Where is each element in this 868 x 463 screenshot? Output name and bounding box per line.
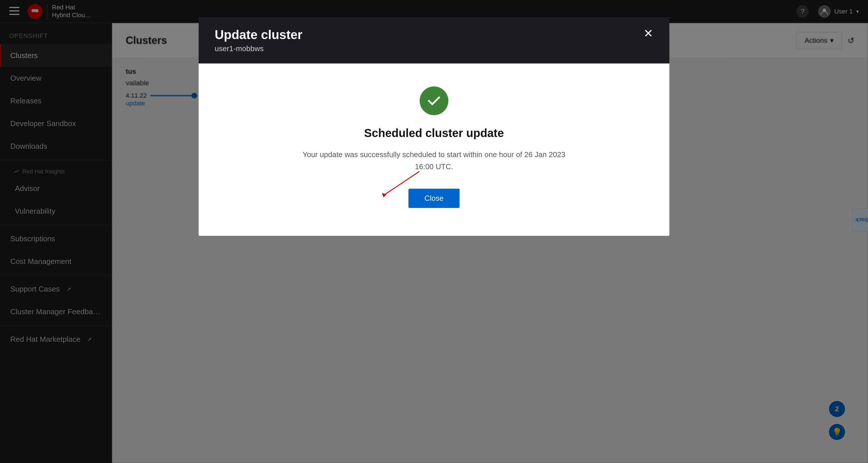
success-icon — [420, 86, 448, 115]
close-icon: ✕ — [644, 27, 653, 40]
modal-overlay: Update cluster user1-mobbws ✕ Scheduled … — [0, 0, 868, 463]
modal-body: Scheduled cluster update Your update was… — [198, 63, 670, 236]
update-cluster-modal: Update cluster user1-mobbws ✕ Scheduled … — [198, 17, 670, 236]
modal-header: Update cluster user1-mobbws ✕ — [198, 17, 670, 63]
modal-subtitle: user1-mobbws — [215, 44, 303, 53]
svg-marker-6 — [382, 193, 386, 197]
modal-title-block: Update cluster user1-mobbws — [215, 28, 303, 53]
modal-title: Update cluster — [215, 28, 303, 42]
modal-heading: Scheduled cluster update — [215, 127, 653, 140]
modal-message: Your update was successfully scheduled t… — [215, 149, 653, 173]
modal-close-button[interactable]: ✕ — [644, 28, 653, 39]
modal-close-action-button[interactable]: Close — [408, 189, 460, 208]
